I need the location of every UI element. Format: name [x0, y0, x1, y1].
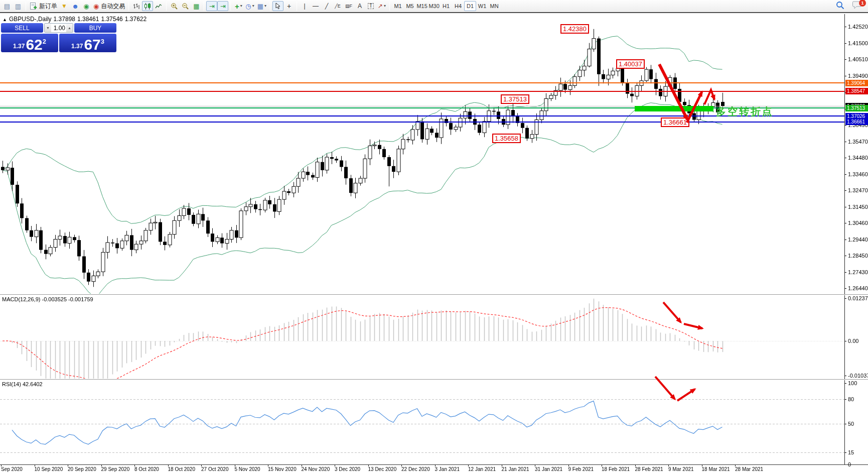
text-label-button[interactable]: T: [365, 1, 376, 11]
crosshair-button[interactable]: +: [283, 1, 295, 11]
signals-button[interactable]: ◉: [81, 1, 92, 11]
toolbar-separator: [297, 2, 297, 11]
autotrading-button[interactable]: ◉自动交易: [92, 1, 126, 11]
time-axis-label: 18 Feb 2021: [602, 466, 630, 472]
time-axis-label: 27 Oct 2020: [201, 466, 228, 472]
buy-button[interactable]: BUY: [74, 23, 116, 33]
price-axis-tick: 1.27430: [848, 269, 868, 275]
crosshair-icon: +: [287, 3, 291, 10]
price-callout-1.40037[interactable]: 1.40037: [616, 59, 645, 69]
rsi-panel-divider[interactable]: [0, 379, 868, 380]
templates-button[interactable]: ▦▾: [256, 1, 268, 11]
price-callout-1.42380[interactable]: 1.42380: [560, 24, 589, 34]
rsi-axis-tick: 15: [848, 449, 854, 455]
toolbar-separator: [166, 2, 167, 11]
sell-price-box[interactable]: 1.37 62 2: [1, 34, 58, 52]
timeframe-m1-button[interactable]: M1: [392, 1, 404, 11]
timeframe-h4-button[interactable]: H4: [452, 1, 464, 11]
bar-chart-mode-button[interactable]: [131, 1, 142, 11]
metaeditor-button[interactable]: ▼: [59, 1, 70, 11]
sell-price-sup: 2: [43, 38, 46, 45]
autotrading-label: 自动交易: [101, 3, 125, 9]
toolbar-separator: [26, 2, 26, 11]
price-badge: 1.36661: [845, 118, 868, 125]
macd-panel-divider[interactable]: [0, 294, 868, 295]
level-line-1.36661[interactable]: [0, 122, 844, 123]
price-axis-tick: 1.41500: [848, 40, 868, 46]
timeframe-m15-button[interactable]: M15: [416, 1, 428, 11]
price-axis-tick: 1.31450: [848, 204, 868, 210]
toolbar-group-2: [131, 1, 164, 11]
fibonacci-button[interactable]: ▤F: [343, 1, 354, 11]
toolbar-group-6: +: [272, 1, 295, 11]
cursor-button[interactable]: [272, 1, 283, 11]
text-icon: A: [358, 3, 362, 9]
auto-scroll-button[interactable]: ⇥: [206, 1, 217, 11]
toolbar-group-1: 新订单▼☻◉◉自动交易: [28, 1, 126, 11]
collapse-panel-icon[interactable]: ▲: [3, 17, 7, 22]
price-axis-tick: 1.40510: [848, 56, 868, 62]
zoom-in-button[interactable]: [169, 1, 180, 11]
profiles-button[interactable]: ▥: [13, 1, 24, 11]
volume-down-icon[interactable]: ▼: [45, 24, 51, 32]
price-axis-tick: 1.30460: [848, 220, 868, 226]
indicators-button[interactable]: +▾: [233, 1, 244, 11]
price-badge: 1.39064: [845, 80, 868, 86]
timeframe-h1-button[interactable]: H1: [440, 1, 452, 11]
timeframe-mn-button[interactable]: MN: [488, 1, 500, 11]
level-line-1.38547[interactable]: [0, 91, 844, 92]
community-button[interactable]: ☻: [70, 1, 81, 11]
support-zone[interactable]: [635, 106, 713, 111]
search-icon[interactable]: [836, 1, 844, 12]
line-chart-icon: [155, 3, 162, 10]
tile-windows-button[interactable]: ▦: [191, 1, 202, 11]
time-axis-label: 18 Oct 2020: [168, 466, 195, 472]
timeframe-d1-button[interactable]: D1: [464, 1, 476, 11]
chat-icon[interactable]: 1: [852, 1, 862, 11]
timeframe-m30-button[interactable]: M30: [428, 1, 440, 11]
volume-up-icon[interactable]: ▲: [66, 24, 73, 32]
horizontal-line-button[interactable]: —: [310, 1, 321, 11]
buy-price-box[interactable]: 1.37 67 3: [59, 34, 116, 52]
chevron-down-icon: ▾: [252, 4, 254, 8]
time-axis-label: Sep 2020: [1, 466, 23, 472]
document-plus-icon: [30, 3, 37, 10]
toolbar-separator: [230, 2, 231, 11]
equidistant-channel-button[interactable]: ╱E: [332, 1, 343, 11]
trendline-icon: ╱: [325, 4, 329, 9]
price-callout-1.37513[interactable]: 1.37513: [501, 94, 529, 104]
timeframe-m5-button[interactable]: M5: [404, 1, 416, 11]
volume-value[interactable]: 1.00: [51, 24, 66, 32]
tile-icon: ▦: [193, 3, 199, 10]
trendline-button[interactable]: ╱: [321, 1, 332, 11]
candlestick-mode-button[interactable]: [142, 1, 153, 11]
zoom-in-icon: [171, 3, 178, 10]
turning-point-note[interactable]: 多空转折点: [716, 105, 774, 118]
vertical-line-button[interactable]: |: [299, 1, 310, 11]
new-chart-button[interactable]: ▤: [2, 1, 13, 11]
symbol-info-line: ▲GBPUSD-,Daily1.378981.384611.375461.376…: [3, 16, 149, 23]
arrows-tool-button[interactable]: ↗▾: [376, 1, 387, 11]
sell-button[interactable]: SELL: [1, 23, 43, 33]
chart-shift-button[interactable]: ⇤: [217, 1, 228, 11]
price-axis-tick: 1.39490: [848, 73, 868, 79]
line-chart-mode-button[interactable]: [153, 1, 164, 11]
autotrade-icon: ◉: [93, 3, 99, 10]
signal-icon: ◉: [83, 3, 89, 10]
zoom-out-button[interactable]: [180, 1, 191, 11]
arrows-icon: ↗: [378, 3, 383, 9]
timeframe-w1-button[interactable]: W1: [476, 1, 488, 11]
toolbar-group-3: ▦: [169, 1, 202, 11]
new-order-button[interactable]: 新订单: [28, 1, 59, 11]
symbol-title: GBPUSD-,Daily: [9, 16, 52, 23]
time-axis-label: 28 Mar 2021: [735, 466, 763, 472]
level-line-1.39064[interactable]: [0, 82, 844, 83]
price-callout-1.35658[interactable]: 1.35658: [492, 134, 521, 143]
one-click-trading-panel: SELL ▼ 1.00 ▲ BUY 1.37 62 2 1.37 67 3: [1, 23, 116, 52]
text-button[interactable]: A: [354, 1, 365, 11]
sell-price-prefix: 1.37: [13, 43, 25, 50]
periods-button[interactable]: ◷▾: [244, 1, 255, 11]
time-axis-label: 3 Jan 2021: [435, 466, 460, 472]
price-callout-1.36661[interactable]: 1.36661: [661, 117, 689, 127]
sell-price-big: 62: [26, 38, 42, 51]
